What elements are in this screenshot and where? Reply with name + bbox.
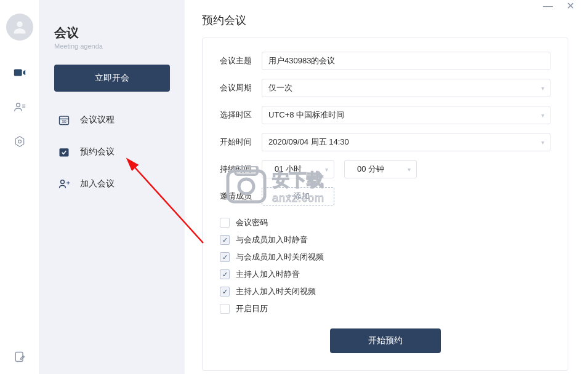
join-icon	[58, 178, 70, 190]
chevron-down-icon: ▾	[541, 112, 544, 119]
sidebar-item-join[interactable]: 加入会议	[54, 168, 170, 200]
mute-attendee-checkbox[interactable]: ✓	[220, 235, 230, 245]
chevron-down-icon: ▾	[541, 85, 544, 92]
option-label: 与会成员加入时关闭视频	[236, 252, 324, 263]
option-row: ✓ 与会成员加入时静音	[220, 231, 550, 249]
video-icon[interactable]	[12, 65, 27, 80]
svg-point-6	[18, 140, 21, 143]
option-row: 会议密码	[220, 214, 550, 231]
sidebar-item-label: 会议议程	[80, 114, 115, 125]
sidebar-item-schedule[interactable]: 预约会议	[54, 136, 170, 168]
minimize-icon[interactable]: —	[543, 1, 553, 12]
option-label: 与会成员加入时静音	[236, 234, 308, 245]
subject-input[interactable]	[262, 52, 550, 70]
start-time-select[interactable]: 2020/09/04 周五 14:30	[262, 133, 550, 151]
meeting-password-checkbox[interactable]	[220, 218, 230, 228]
duration-hours-select[interactable]: 01 小时	[262, 160, 334, 178]
calendar-checkbox[interactable]	[220, 304, 230, 314]
option-label: 开启日历	[236, 303, 268, 314]
rail-nav	[12, 65, 27, 357]
person-icon	[11, 18, 28, 36]
chevron-down-icon: ▾	[541, 139, 544, 146]
schedule-icon	[58, 146, 70, 158]
main-content: — ✕ 预约会议 会议主题 会议周期 仅一次 ▾ 选择时区 UTC+8 中国标准…	[185, 0, 588, 374]
option-row: ✓ 主持人加入时关闭视频	[220, 283, 550, 300]
option-label: 主持人加入时关闭视频	[236, 286, 316, 297]
mute-host-checkbox[interactable]: ✓	[220, 269, 230, 279]
duration-label: 持续时间	[220, 164, 262, 175]
add-member-button[interactable]: + 添加	[262, 187, 334, 205]
sidebar-menu: 30 会议议程 预约会议 加入会议	[54, 104, 170, 200]
cycle-label: 会议周期	[220, 82, 262, 94]
svg-rect-11	[60, 148, 69, 156]
invite-label: 邀请成员	[220, 191, 262, 202]
start-meeting-button[interactable]: 立即开会	[54, 65, 170, 92]
settings-icon[interactable]	[12, 134, 27, 149]
start-schedule-button[interactable]: 开始预约	[330, 328, 441, 353]
svg-point-12	[61, 180, 65, 184]
sidebar: 会议 Meeting agenda 立即开会 30 会议议程 预约会议 加入会议	[39, 0, 185, 374]
novideo-host-checkbox[interactable]: ✓	[220, 287, 230, 296]
chevron-down-icon: ▾	[408, 166, 411, 173]
duration-minutes-select[interactable]: 00 分钟	[344, 160, 417, 178]
svg-text:30: 30	[62, 119, 66, 124]
icon-rail	[0, 0, 39, 374]
option-row: 开启日历	[220, 300, 550, 317]
chevron-down-icon: ▾	[325, 166, 328, 173]
novideo-attendee-checkbox[interactable]: ✓	[220, 252, 230, 262]
sidebar-item-label: 预约会议	[80, 146, 115, 157]
cycle-select[interactable]: 仅一次	[262, 79, 550, 97]
sidebar-title: 会议	[54, 25, 170, 41]
page-title: 预约会议	[185, 12, 588, 38]
contacts-icon[interactable]	[12, 100, 27, 114]
schedule-form: 会议主题 会议周期 仅一次 ▾ 选择时区 UTC+8 中国标准时间 ▾ 开始时间…	[202, 38, 568, 371]
svg-rect-1	[14, 70, 22, 76]
close-icon[interactable]: ✕	[566, 0, 574, 12]
option-label: 会议密码	[236, 217, 268, 228]
option-row: ✓ 与会成员加入时关闭视频	[220, 249, 550, 266]
svg-point-0	[17, 22, 22, 27]
calendar-icon: 30	[58, 114, 70, 126]
svg-marker-5	[15, 137, 23, 147]
sidebar-item-label: 加入会议	[80, 178, 115, 189]
option-row: ✓ 主持人加入时静音	[220, 266, 550, 283]
avatar[interactable]	[6, 14, 33, 41]
timezone-select[interactable]: UTC+8 中国标准时间	[262, 106, 550, 124]
note-icon[interactable]	[12, 357, 27, 374]
sidebar-item-agenda[interactable]: 30 会议议程	[54, 104, 170, 136]
sidebar-subtitle: Meeting agenda	[54, 42, 170, 50]
window-controls: — ✕	[185, 0, 588, 12]
start-time-label: 开始时间	[220, 137, 262, 148]
subject-label: 会议主题	[220, 55, 262, 66]
svg-point-2	[16, 103, 20, 107]
option-label: 主持人加入时静音	[236, 269, 300, 280]
timezone-label: 选择时区	[220, 109, 262, 121]
options-list: 会议密码 ✓ 与会成员加入时静音 ✓ 与会成员加入时关闭视频 ✓ 主持人加入时静…	[220, 214, 550, 317]
